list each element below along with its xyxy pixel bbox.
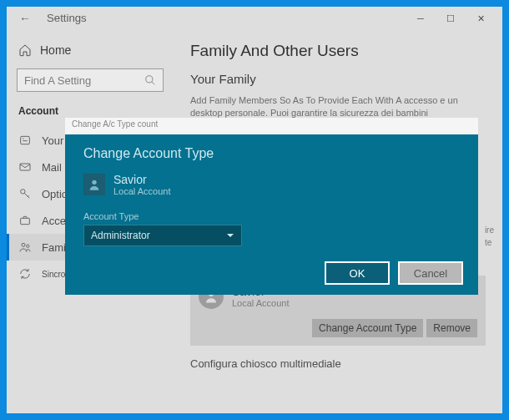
change-account-type-dialog: Change A/c Type count Change Account Typ… <box>65 118 478 295</box>
dialog-user-name: Savior <box>113 173 171 186</box>
account-type-dropdown[interactable]: Administrator <box>83 225 242 246</box>
ok-button[interactable]: OK <box>325 261 390 285</box>
dialog-user-type: Local Account <box>113 186 171 196</box>
settings-window: ← Settings ─ ☐ ✕ Home Find A Setting Acc… <box>7 7 502 413</box>
dialog-heading: Change Account Type <box>83 146 460 161</box>
person-icon <box>88 178 101 191</box>
dropdown-label: Account Type <box>83 211 460 221</box>
svg-point-8 <box>92 180 96 185</box>
dialog-titlebar: Change A/c Type count <box>65 118 478 134</box>
chevron-down-icon <box>226 231 234 240</box>
dropdown-selected: Administrator <box>91 230 150 241</box>
cancel-button[interactable]: Cancel <box>398 261 463 285</box>
dialog-avatar <box>83 174 105 195</box>
